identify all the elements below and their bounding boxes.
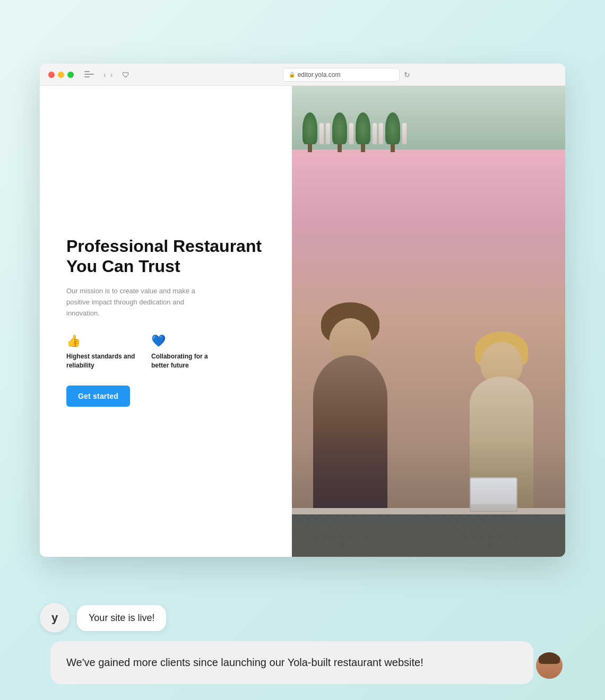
heart-icon: 💙 — [151, 334, 220, 348]
bottle-6 — [402, 123, 407, 144]
browser-window: ‹ › 🛡 🔒 editor.yola.com ↻ Professional R… — [40, 64, 565, 557]
plant-4 — [385, 112, 400, 144]
reload-button[interactable]: ↻ — [404, 71, 410, 79]
browser-titlebar: ‹ › 🛡 🔒 editor.yola.com ↻ — [40, 64, 565, 86]
thumbs-up-icon: 👍 — [66, 334, 135, 348]
yola-avatar: y — [40, 603, 70, 633]
nav-arrows: ‹ › — [102, 71, 114, 79]
chat-message-text: We've gained more clients since launchin… — [66, 657, 424, 668]
get-started-button[interactable]: Get started — [66, 386, 130, 407]
user-avatar-face — [536, 652, 563, 679]
plant-1 — [302, 112, 317, 144]
lock-icon: 🔒 — [289, 72, 295, 77]
shelf-area — [292, 86, 565, 150]
right-panel — [292, 86, 565, 557]
address-bar[interactable]: 🔒 editor.yola.com — [283, 68, 400, 82]
bottle-5 — [379, 123, 383, 144]
bottle-3 — [349, 123, 353, 144]
left-panel: Professional Restaurant You Can Trust Ou… — [40, 86, 292, 557]
bottle-2 — [326, 123, 330, 144]
chat-bubble-notification: Your site is live! — [77, 605, 166, 631]
minimize-button[interactable] — [58, 72, 64, 78]
sidebar-toggle-icon[interactable] — [84, 71, 94, 78]
bottle-4 — [373, 123, 377, 144]
user-avatar-hair — [539, 652, 560, 664]
feature-collaborate: 💙 Collaborating for a better future — [151, 334, 220, 370]
yola-avatar-letter: y — [51, 611, 58, 625]
chat-main-bubble: We've gained more clients since launchin… — [50, 641, 533, 684]
feature-standards: 👍 Highest standards and reliability — [66, 334, 135, 370]
maximize-button[interactable] — [67, 72, 74, 78]
browser-content: Professional Restaurant You Can Trust Ou… — [40, 86, 565, 557]
bottle-1 — [319, 123, 324, 144]
feature-standards-label: Highest standards and reliability — [66, 352, 135, 370]
chat-section: y Your site is live! We've gained more c… — [40, 603, 565, 684]
back-button[interactable]: ‹ — [102, 71, 107, 79]
url-text: editor.yola.com — [298, 71, 341, 78]
chat-notification: y Your site is live! — [40, 603, 565, 633]
feature-collaborate-label: Collaborating for a better future — [151, 352, 220, 370]
notification-text: Your site is live! — [89, 612, 154, 623]
restaurant-image — [292, 86, 565, 557]
shield-icon: 🛡 — [122, 71, 129, 79]
traffic-lights — [48, 72, 74, 78]
image-overlay — [292, 440, 565, 557]
forward-button[interactable]: › — [109, 71, 114, 79]
plant-3 — [356, 112, 370, 144]
plant-2 — [332, 112, 347, 144]
hero-subtitle: Our mission is to create value and make … — [66, 286, 215, 319]
features-row: 👍 Highest standards and reliability 💙 Co… — [66, 334, 271, 370]
hero-title: Professional Restaurant You Can Trust — [66, 236, 271, 277]
close-button[interactable] — [48, 72, 55, 78]
user-avatar — [536, 652, 563, 679]
address-bar-container: 🔒 editor.yola.com ↻ — [136, 68, 557, 82]
